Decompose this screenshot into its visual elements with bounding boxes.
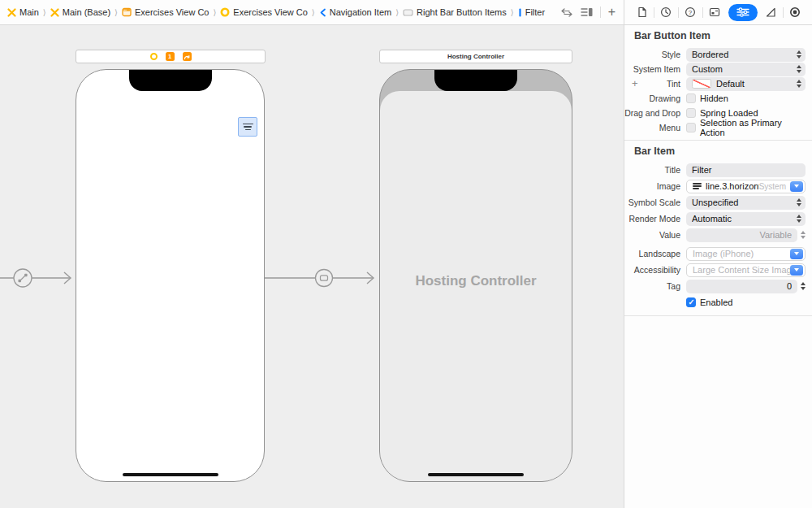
jumpbar-item-right-bar-button-items[interactable]: Right Bar Button Items [403, 7, 507, 17]
system-image-badge: System [759, 182, 786, 191]
inspector-tab-bar: ? [624, 0, 812, 25]
hosting-controller-label: Hosting Controller [380, 273, 572, 289]
selection-primary-action-label: Selection as Primary Action [700, 118, 806, 137]
menu-row: Menu Selection as Primary Action [624, 120, 812, 135]
segue-arrow-hosting[interactable] [265, 266, 379, 290]
style-row: Style Bordered [624, 47, 812, 62]
svg-text:?: ? [689, 9, 693, 16]
menu-label: Menu [624, 123, 686, 132]
jumpbar-separator: ⟩ [114, 8, 118, 17]
style-popup[interactable]: Bordered [686, 48, 806, 62]
phone-notch [129, 70, 212, 91]
tint-value: Default [716, 79, 793, 89]
image-dropdown-button[interactable] [790, 181, 803, 192]
value-field[interactable]: Variable [686, 228, 797, 242]
jumpbar-item-scene[interactable]: Exercises View Co [220, 7, 308, 17]
scene-dock-right[interactable]: Hosting Controller [379, 50, 572, 63]
title-field[interactable]: Filter [686, 163, 806, 177]
toolbar-separator [600, 7, 601, 18]
jumpbar-item-navigation-item[interactable]: Navigation Item [319, 7, 391, 17]
scene-dock-title: Hosting Controller [447, 53, 504, 60]
hidden-checkbox[interactable] [686, 93, 696, 103]
storyboard-icon [7, 8, 16, 17]
bar-items-icon [403, 8, 413, 17]
history-inspector-icon[interactable] [656, 0, 676, 24]
popup-stepper-icon [797, 198, 801, 207]
tint-color-swatch[interactable] [692, 79, 711, 89]
jumpbar-item-main[interactable]: Main [7, 7, 39, 17]
segue-arrow-incoming[interactable] [0, 266, 76, 290]
add-editor-button[interactable]: + [608, 6, 615, 19]
landscape-dropdown-button[interactable] [790, 249, 803, 259]
popup-stepper-icon [797, 50, 801, 59]
jumpbar-separator: ⟩ [511, 8, 514, 17]
jumpbar-separator: ⟩ [213, 8, 216, 17]
exercises-view-controller-scene[interactable] [76, 69, 265, 482]
popup-stepper-icon [797, 65, 801, 74]
selection-primary-action-checkbox[interactable] [686, 123, 696, 132]
accessibility-label: Accessibility [624, 265, 686, 275]
filter-icon [243, 124, 253, 125]
tag-stepper[interactable] [801, 282, 806, 291]
jumpbar-separator: ⟩ [395, 8, 399, 17]
accessibility-dropdown-button[interactable] [790, 265, 803, 276]
drawing-label: Drawing [624, 93, 686, 103]
tint-popup[interactable]: Default [686, 77, 806, 91]
jumpbar-item-label: Main (Base) [63, 7, 110, 17]
file-inspector-icon[interactable] [632, 0, 652, 24]
first-responder-dock-icon[interactable]: 1 [166, 52, 175, 61]
chevron-down-icon [794, 185, 799, 188]
xcode-interface-builder: Main ⟩ Main (Base) ⟩ Exercises View Co ⟩… [0, 0, 812, 508]
jumpbar-item-view-controller[interactable]: Exercises View Co [122, 7, 209, 17]
style-value: Bordered [692, 50, 793, 59]
accessibility-field[interactable]: Large Content Size Image [686, 263, 806, 277]
drawing-row: Drawing Hidden [624, 91, 812, 106]
adjust-editor-arrows-icon[interactable] [560, 7, 573, 18]
tag-label: Tag [624, 281, 686, 291]
view-controller-dock-icon[interactable] [150, 53, 158, 60]
section-divider [624, 315, 812, 316]
landscape-row: Landscape Image (iPhone) [624, 245, 812, 262]
title-label: Title [624, 165, 686, 175]
attributes-inspector-panel: Bar Button Item Style Bordered System It… [624, 25, 812, 508]
storyboard-canvas[interactable]: 1 Hosting Controller Hosting Controller [0, 25, 624, 508]
popup-stepper-icon [797, 215, 801, 224]
landscape-field[interactable]: Image (iPhone) [686, 247, 806, 261]
exit-dock-icon[interactable] [183, 52, 192, 61]
image-row: Image line.3.horizont… System [624, 178, 812, 194]
tag-row: Tag 0 [624, 278, 812, 294]
editor-options-icon[interactable] [581, 7, 593, 17]
spring-loaded-checkbox-label: Spring Loaded [700, 108, 758, 118]
value-stepper[interactable] [801, 231, 806, 240]
system-item-popup[interactable]: Custom [686, 63, 806, 76]
scene-dock-left: 1 [76, 50, 266, 63]
system-item-label: System Item [624, 64, 686, 74]
symbol-scale-popup[interactable]: Unspecified [686, 196, 806, 210]
image-combo-field[interactable]: line.3.horizont… System [686, 180, 806, 193]
size-inspector-icon[interactable] [761, 0, 781, 24]
jumpbar-item-main-base[interactable]: Main (Base) [50, 7, 110, 17]
jumpbar-item-filter[interactable]: Filter [518, 7, 545, 17]
jumpbar-item-label: Exercises View Co [233, 7, 308, 17]
identity-inspector-icon[interactable] [705, 0, 725, 24]
hosting-controller-scene[interactable]: Hosting Controller [379, 69, 572, 482]
jumpbar-separator: ⟩ [43, 8, 46, 17]
attributes-inspector-icon[interactable] [726, 0, 760, 24]
system-item-value: Custom [692, 64, 793, 74]
add-tint-variation-button[interactable]: + [632, 77, 638, 89]
tint-row: + Tint Default [624, 76, 812, 91]
connections-inspector-icon[interactable] [785, 0, 806, 24]
symbol-scale-row: Symbol Scale Unspecified [624, 194, 812, 211]
image-label: Image [624, 181, 686, 191]
filter-bar-button-selected[interactable] [238, 117, 257, 137]
chevron-down-icon [794, 268, 799, 271]
quick-help-inspector-icon[interactable]: ? [680, 0, 701, 24]
enabled-checkbox-label: Enabled [700, 297, 732, 307]
popup-stepper-icon [797, 80, 801, 89]
tag-field[interactable]: 0 [686, 280, 797, 293]
tab-separator [702, 7, 703, 18]
render-mode-popup[interactable]: Automatic [686, 212, 806, 226]
spring-loaded-checkbox[interactable] [686, 108, 696, 118]
jumpbar-item-label: Right Bar Button Items [417, 7, 507, 17]
enabled-checkbox[interactable] [686, 297, 696, 307]
